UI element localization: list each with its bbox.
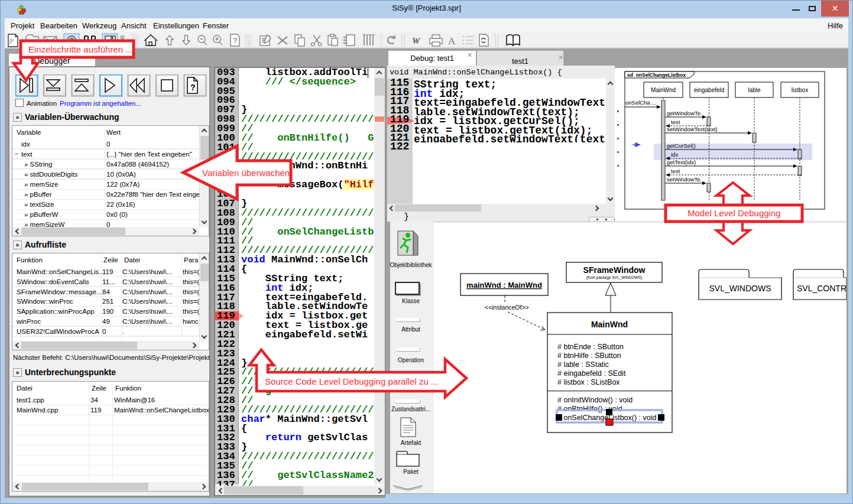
svg-text:Variablen überwachen: Variablen überwachen — [202, 168, 290, 178]
svg-text:Source Code Level Debugging pa: Source Code Level Debugging parallel zu … — [265, 376, 439, 386]
svg-text:Model Level Debugging: Model Level Debugging — [687, 208, 781, 218]
svg-text:Einzelschritte ausführen ...: Einzelschritte ausführen ... — [28, 44, 133, 54]
